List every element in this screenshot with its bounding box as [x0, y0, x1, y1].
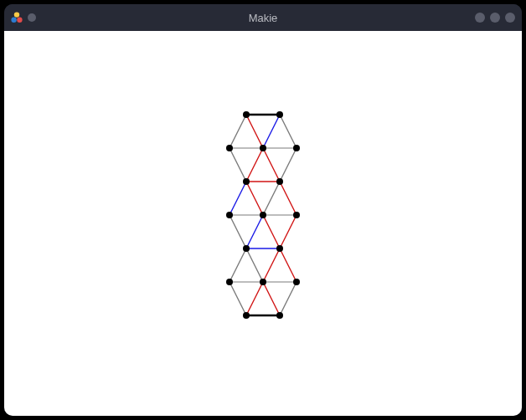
makie-logo-icon	[11, 12, 23, 23]
graph-edge	[280, 115, 297, 148]
window-close-alt-icon[interactable]	[505, 13, 515, 23]
graph-edge	[263, 282, 280, 315]
graph-edge	[229, 248, 246, 282]
graph-node	[276, 245, 283, 252]
graph-edge	[263, 248, 280, 282]
graph-node	[260, 279, 266, 285]
graph-node	[226, 212, 233, 218]
graph-node	[293, 279, 300, 285]
graph-node	[260, 145, 266, 151]
graph-node	[276, 178, 283, 185]
graph-edge	[263, 148, 280, 182]
graph-node	[293, 212, 300, 218]
graph-node	[226, 145, 233, 151]
graph-edge	[280, 215, 297, 248]
graph-edge	[246, 115, 263, 148]
svg-point-1	[11, 18, 16, 23]
graph-node	[243, 111, 250, 118]
plot-canvas[interactable]	[4, 31, 522, 416]
graph-edge	[246, 248, 263, 282]
graph-node	[260, 212, 266, 218]
graph-node	[243, 178, 250, 185]
svg-point-2	[17, 18, 22, 23]
graph-edge	[263, 115, 280, 148]
graph-edge	[280, 148, 297, 182]
graph-node	[293, 145, 300, 151]
graph-edge	[280, 182, 297, 215]
graph-edge	[229, 182, 246, 215]
graph-edge	[246, 148, 263, 182]
graph-edge	[229, 115, 246, 148]
window-maximize-icon[interactable]	[490, 13, 500, 23]
graph-edge	[263, 215, 280, 248]
graph-node	[243, 312, 250, 319]
graph-edge	[229, 148, 246, 182]
triangular-lattice-graph	[4, 31, 522, 416]
graph-edge	[280, 282, 297, 315]
window-minimize-icon[interactable]	[475, 13, 485, 23]
graph-edge	[229, 282, 246, 315]
graph-edge	[246, 215, 263, 248]
graph-node	[226, 279, 233, 285]
graph-edge	[246, 182, 263, 215]
window-title: Makie	[249, 12, 278, 24]
window-close-icon[interactable]	[28, 13, 36, 22]
graph-edge	[229, 215, 246, 248]
graph-edge	[263, 182, 280, 215]
app-window: Makie	[4, 4, 522, 416]
window-controls	[475, 13, 515, 23]
graph-node	[243, 245, 250, 252]
graph-edge	[246, 282, 263, 315]
graph-node	[276, 312, 283, 319]
graph-node	[276, 111, 283, 118]
titlebar[interactable]: Makie	[4, 4, 522, 31]
graph-edge	[280, 248, 297, 282]
svg-point-0	[14, 12, 19, 17]
